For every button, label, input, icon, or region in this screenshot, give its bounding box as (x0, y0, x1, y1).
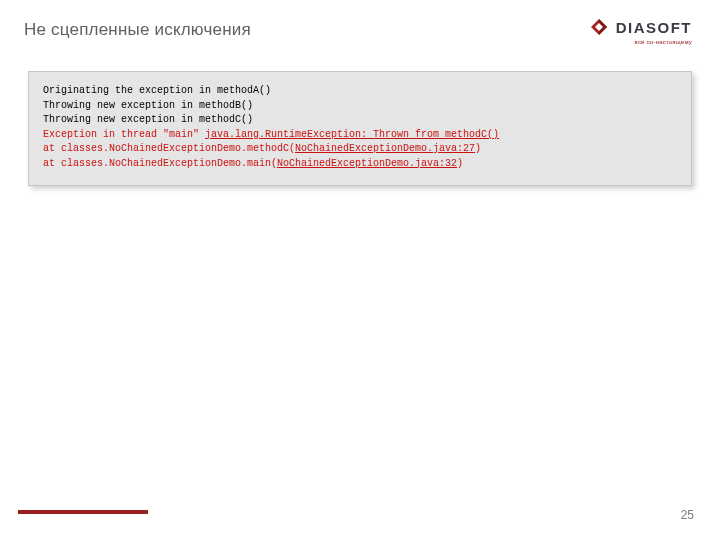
code-line-error: at classes.NoChainedExceptionDemo.method… (43, 142, 677, 157)
code-link: NoChainedExceptionDemo.java:27 (295, 143, 475, 154)
code-line-error: at classes.NoChainedExceptionDemo.main(N… (43, 157, 677, 172)
code-line: Throwing new exception in methodC() (43, 113, 677, 128)
code-fragment: at classes.NoChainedExceptionDemo.method… (43, 143, 295, 154)
code-block: Originating the exception in methodA() T… (28, 71, 692, 186)
slide-title: Не сцепленные исключения (24, 20, 251, 40)
code-fragment: ) (457, 158, 463, 169)
logo-text: DIASOFT (616, 19, 692, 36)
page-number: 25 (681, 508, 694, 522)
code-link: NoChainedExceptionDemo.java:32 (277, 158, 457, 169)
slide-header: Не сцепленные исключения DIASOFT всё по-… (0, 0, 720, 59)
brand-logo: DIASOFT всё по-настоящему (588, 16, 692, 45)
code-fragment: at classes.NoChainedExceptionDemo.main( (43, 158, 277, 169)
logo-row: DIASOFT (588, 16, 692, 38)
code-fragment: Exception in thread "main" (43, 129, 205, 140)
code-fragment: ) (475, 143, 481, 154)
logo-tagline: всё по-настоящему (635, 39, 692, 45)
code-line: Throwing new exception in methodB() (43, 99, 677, 114)
code-line: Originating the exception in methodA() (43, 84, 677, 99)
diasoft-mark-icon (588, 16, 610, 38)
footer-accent-bar (18, 510, 148, 514)
code-link: java.lang.RuntimeException: Thrown from … (205, 129, 499, 140)
code-line-error: Exception in thread "main" java.lang.Run… (43, 128, 677, 143)
